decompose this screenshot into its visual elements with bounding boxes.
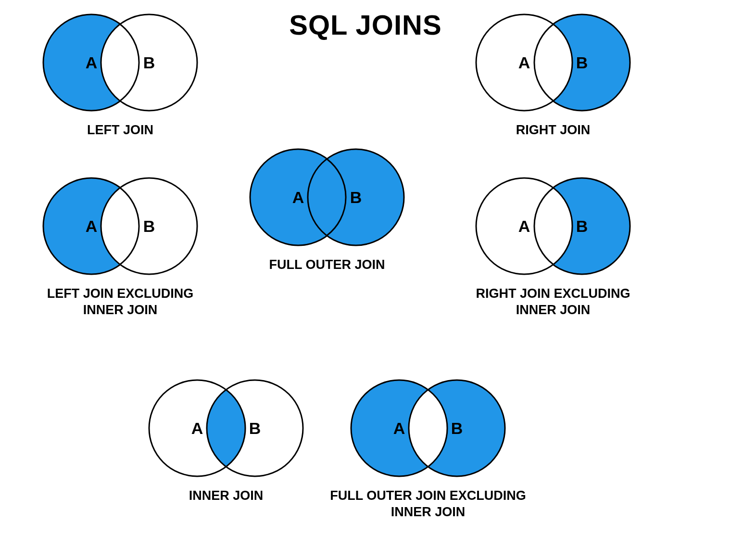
label-b: B: [249, 419, 261, 437]
venn-full-outer-join: A B: [236, 144, 418, 250]
diagram-left-excluding: A B LEFT JOIN EXCLUDING INNER JOIN: [29, 173, 212, 318]
label-a: A: [393, 419, 405, 437]
label-a: A: [518, 53, 530, 72]
label-b: B: [576, 53, 588, 72]
label-b: B: [350, 188, 362, 206]
venn-right-excluding: A B: [462, 173, 644, 279]
label-a: A: [292, 188, 304, 206]
label-b: B: [576, 217, 588, 235]
caption-full-excluding: FULL OUTER JOIN EXCLUDING INNER JOIN: [308, 488, 548, 521]
label-b: B: [451, 419, 463, 437]
label-b: B: [143, 217, 155, 235]
label-a: A: [518, 217, 530, 235]
diagram-full-excluding: A B FULL OUTER JOIN EXCLUDING INNER JOIN: [337, 375, 519, 521]
label-a: A: [191, 419, 203, 437]
diagram-left-join: A B LEFT JOIN: [29, 10, 212, 139]
diagram-full-outer-join: A B FULL OUTER JOIN: [236, 144, 418, 273]
venn-left-excluding: A B: [29, 173, 212, 279]
caption-right-join: RIGHT JOIN: [462, 122, 644, 139]
caption-full-outer-join: FULL OUTER JOIN: [236, 257, 418, 273]
diagram-inner-join: A B INNER JOIN: [135, 375, 317, 504]
caption-left-excluding: LEFT JOIN EXCLUDING INNER JOIN: [29, 286, 212, 318]
caption-right-excluding: RIGHT JOIN EXCLUDING INNER JOIN: [462, 286, 644, 318]
caption-left-join: LEFT JOIN: [29, 122, 212, 139]
canvas: SQL JOINS A B LEFT JOIN A B RIGHT JOIN A: [0, 0, 731, 560]
label-a: A: [86, 217, 98, 235]
venn-inner-join: A B: [135, 375, 317, 481]
label-a: A: [86, 53, 98, 72]
venn-left-join: A B: [29, 10, 212, 115]
venn-full-excluding: A B: [337, 375, 519, 481]
label-b: B: [143, 53, 155, 72]
caption-inner-join: INNER JOIN: [135, 488, 317, 504]
diagram-right-excluding: A B RIGHT JOIN EXCLUDING INNER JOIN: [462, 173, 644, 318]
diagram-right-join: A B RIGHT JOIN: [462, 10, 644, 139]
venn-right-join: A B: [462, 10, 644, 115]
